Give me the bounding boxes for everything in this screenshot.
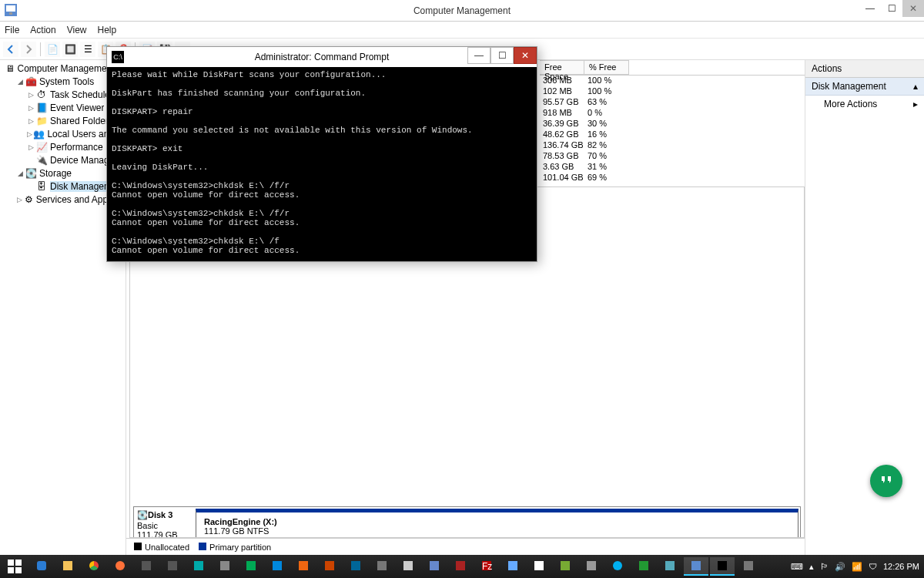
taskbar-app[interactable] xyxy=(160,557,185,576)
menu-help[interactable]: Help xyxy=(98,25,117,35)
volume-row[interactable]: 101.04 GB69 % xyxy=(540,173,805,183)
volume-row[interactable]: 48.62 GB16 % xyxy=(540,129,805,140)
taskbar-app-cmd[interactable] xyxy=(710,557,735,576)
forward-button[interactable] xyxy=(21,42,36,57)
cmd-titlebar[interactable]: C:\ Administrator: Command Prompt — ☐ ✕ xyxy=(107,47,537,67)
taskbar[interactable]: Fz ⌨ ▴ 🏳 🔊 📶 🛡 12:26 PM xyxy=(0,555,924,578)
minimize-button[interactable]: — xyxy=(859,0,881,17)
collapse-icon: ▴ xyxy=(913,81,918,92)
taskbar-app[interactable] xyxy=(396,557,420,576)
volume-list-header[interactable]: Free Space % Free xyxy=(540,60,805,76)
volume-list[interactable]: 306 MB100 %102 MB100 %95.57 GB63 %918 MB… xyxy=(540,76,805,183)
volume-row[interactable]: 36.39 GB30 % xyxy=(540,119,805,129)
tray-flag-icon[interactable]: 🏳 xyxy=(820,562,829,571)
tray-icon[interactable]: ⌨ xyxy=(791,562,803,572)
tray-volume-icon[interactable]: 📶 xyxy=(852,562,862,572)
taskbar-app[interactable] xyxy=(291,557,316,576)
legend: Unallocated Primary partition xyxy=(126,538,805,555)
taskbar-app[interactable] xyxy=(448,557,473,576)
toolbar-button[interactable]: 🔲 xyxy=(62,42,78,57)
taskbar-app[interactable] xyxy=(213,557,237,576)
cmd-output[interactable]: Please wait while DiskPart scans your co… xyxy=(107,67,537,261)
toolbar-button[interactable]: 📄 xyxy=(45,42,60,57)
taskbar-app-skype[interactable] xyxy=(605,557,630,576)
legend-unallocated: Unallocated xyxy=(145,543,189,552)
cmd-minimize-button[interactable]: — xyxy=(467,47,490,64)
disk-info: 💽Disk 3 Basic 111.79 GB Online xyxy=(134,507,194,538)
actions-header: Actions xyxy=(805,60,924,78)
cmd-maximize-button[interactable]: ☐ xyxy=(490,47,514,64)
taskbar-app[interactable] xyxy=(239,557,263,576)
hangouts-bubble[interactable] xyxy=(870,465,902,497)
volume-row[interactable]: 306 MB100 % xyxy=(540,76,805,86)
actions-section[interactable]: Disk Management▴ xyxy=(805,78,924,96)
taskbar-app[interactable] xyxy=(553,557,578,576)
actions-more[interactable]: More Actions▸ xyxy=(805,96,924,113)
close-button[interactable]: ✕ xyxy=(902,0,924,17)
maximize-button[interactable]: ☐ xyxy=(881,0,902,17)
separator xyxy=(40,42,41,56)
taskbar-app-ie[interactable] xyxy=(29,557,54,576)
menu-action[interactable]: Action xyxy=(30,25,55,35)
taskbar-app[interactable] xyxy=(500,557,525,576)
window-titlebar: Computer Management — ☐ ✕ xyxy=(0,0,924,22)
tray-shield-icon[interactable]: 🛡 xyxy=(869,562,877,571)
taskbar-app-explorer[interactable] xyxy=(55,557,80,576)
taskbar-app[interactable] xyxy=(370,557,394,576)
taskbar-app-compmgmt[interactable] xyxy=(684,557,708,576)
taskbar-app[interactable] xyxy=(134,557,159,576)
taskbar-app[interactable] xyxy=(265,557,290,576)
volume-row[interactable]: 3.63 GB31 % xyxy=(540,162,805,173)
taskbar-app-filezilla[interactable]: Fz xyxy=(474,557,499,576)
svg-rect-3 xyxy=(8,560,14,566)
menu-view[interactable]: View xyxy=(67,25,87,35)
taskbar-app[interactable] xyxy=(631,557,656,576)
svg-rect-4 xyxy=(15,560,22,566)
taskbar-app[interactable] xyxy=(422,557,447,576)
volume-row[interactable]: 918 MB0 % xyxy=(540,108,805,119)
volume-row[interactable]: 136.74 GB82 % xyxy=(540,140,805,151)
taskbar-app[interactable] xyxy=(658,557,682,576)
taskbar-app-firefox[interactable] xyxy=(108,557,132,576)
svg-rect-6 xyxy=(15,567,22,573)
legend-primary: Primary partition xyxy=(209,543,271,552)
taskbar-app[interactable] xyxy=(527,557,551,576)
partition[interactable]: RacingEngine (X:) 111.79 GB NTFS Healthy… xyxy=(196,509,798,538)
taskbar-app[interactable] xyxy=(343,557,368,576)
svg-rect-2 xyxy=(9,12,12,15)
taskbar-app-chrome[interactable] xyxy=(82,557,106,576)
actions-pane: Actions Disk Management▴ More Actions▸ xyxy=(805,60,924,555)
menu-file[interactable]: File xyxy=(5,25,19,35)
app-icon xyxy=(5,4,17,16)
column-free-space[interactable]: Free Space xyxy=(540,60,584,75)
window-title: Computer Management xyxy=(413,5,511,16)
chevron-right-icon: ▸ xyxy=(913,99,918,109)
taskbar-clock[interactable]: 12:26 PM xyxy=(883,562,919,571)
tray-network-icon[interactable]: 🔊 xyxy=(835,562,845,572)
taskbar-app[interactable] xyxy=(317,557,342,576)
volume-row[interactable]: 95.57 GB63 % xyxy=(540,97,805,108)
cmd-title: Administrator: Command Prompt xyxy=(255,52,390,62)
taskbar-app[interactable] xyxy=(579,557,604,576)
cmd-icon: C:\ xyxy=(112,51,124,63)
svg-rect-5 xyxy=(8,567,14,573)
volume-row[interactable]: 102 MB100 % xyxy=(540,86,805,97)
taskbar-apps: Fz xyxy=(29,557,786,576)
tray-chevron-icon[interactable]: ▴ xyxy=(809,562,814,572)
command-prompt-window[interactable]: C:\ Administrator: Command Prompt — ☐ ✕ … xyxy=(106,46,537,262)
back-button[interactable] xyxy=(3,42,18,57)
volume-row[interactable]: 78.53 GB70 % xyxy=(540,151,805,162)
cmd-close-button[interactable]: ✕ xyxy=(514,47,537,64)
disk-block[interactable]: 💽Disk 3 Basic 111.79 GB Online RacingEng… xyxy=(133,506,801,538)
menubar: File Action View Help xyxy=(0,22,924,39)
start-button[interactable] xyxy=(0,555,29,578)
taskbar-app[interactable] xyxy=(186,557,211,576)
column-pct-free[interactable]: % Free xyxy=(584,60,629,75)
taskbar-app[interactable] xyxy=(736,557,761,576)
toolbar-button[interactable]: ☰ xyxy=(80,42,95,57)
system-tray[interactable]: ⌨ ▴ 🏳 🔊 📶 🛡 12:26 PM xyxy=(786,562,924,572)
svg-rect-1 xyxy=(6,5,15,12)
